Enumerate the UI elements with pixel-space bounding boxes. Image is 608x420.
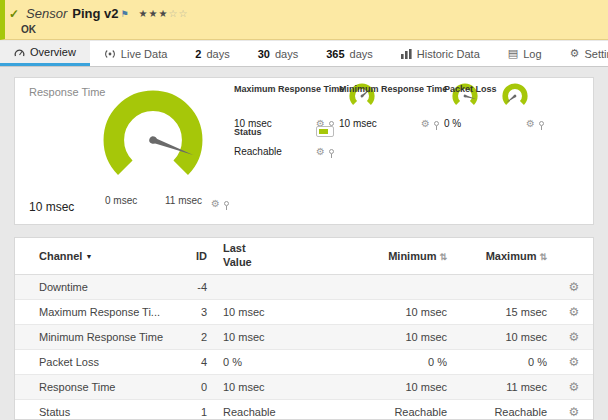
tab-2-days[interactable]: 2 days [181,41,243,66]
table-row: Downtime -4 ⚙ [15,275,593,300]
channel-settings-icon[interactable]: ⚙ [569,355,580,369]
cell-last-value: 10 msec [215,377,325,397]
sort-desc-icon[interactable]: ▼ [85,253,92,260]
table-header-row: Channel▼ ID Last Value Minimum⇅ Maximum⇅ [15,238,593,275]
mini-gauge-max-response: Maximum Response Time 10 msec ⚙ [234,84,338,129]
overview-content: Response Time 0 msec 11 msec 10 msec ⚙ M… [0,67,608,420]
live-data-icon [104,49,116,59]
mini-gauge-min-response: Minimum Response Time 10 msec ⚙ [339,84,443,129]
pin-icon[interactable] [329,149,334,154]
tab-settings[interactable]: ⚙ Settings [556,41,608,66]
gear-icon[interactable]: ⚙ [316,146,325,157]
cell-id: 4 [175,352,215,372]
status-check-icon: ✓ [9,7,19,21]
pin-icon[interactable] [539,121,544,126]
gear-icon[interactable]: ⚙ [526,118,535,129]
cell-maximum: 15 msec [455,302,555,322]
channel-settings-icon[interactable]: ⚙ [569,380,580,394]
gauges-panel: Response Time 0 msec 11 msec 10 msec ⚙ M… [14,77,594,225]
mini-gauge-packet-loss: Packet Loss 0 % ⚙ [444,84,548,129]
cell-last-value: 0 % [215,352,325,372]
mini-gauge-title: Minimum Response Time [339,84,447,94]
gear-icon[interactable]: ⚙ [421,118,430,129]
mini-gauge-value: 0 % [444,118,461,129]
cell-id: -4 [175,277,215,297]
page-title: Ping v2 [72,6,118,21]
sort-icon[interactable]: ⇅ [439,252,447,262]
cell-minimum [325,283,455,291]
header-channel[interactable]: Channel▼ [15,246,175,266]
cell-id: 1 [175,402,215,420]
overview-gauge-icon [14,48,25,57]
gauge-scale-max: 11 msec [165,195,202,206]
cell-minimum: 10 msec [325,377,455,397]
cell-last-value: Reachable [215,402,325,420]
stars-filled: ★★★ [139,8,169,19]
cell-last-value [215,283,325,291]
cell-id: 0 [175,377,215,397]
cell-minimum: Reachable [325,402,455,420]
channel-settings-icon[interactable]: ⚙ [569,405,580,419]
header-id[interactable]: ID [175,246,215,266]
mini-gauge-value: 10 msec [339,118,377,129]
table-row: Packet Loss 4 0 % 0 % 0 % ⚙ [15,350,593,375]
table-row: Status 1 Reachable Reachable Reachable ⚙ [15,400,593,420]
tab-live-data[interactable]: Live Data [90,41,181,66]
sort-icon[interactable]: ⇅ [539,252,547,262]
gauge-scale-min: 0 msec [105,195,137,206]
cell-id: 3 [175,302,215,322]
cell-channel: Packet Loss [15,352,175,372]
packet-loss-gauge [501,82,529,110]
primary-channel-value: 10 msec [29,200,74,214]
object-kind-label: Sensor [26,6,67,21]
cell-minimum: 0 % [325,352,455,372]
tab-bar: Overview Live Data 2 days 30 days 365 da… [0,41,608,67]
header-maximum[interactable]: Maximum⇅ [455,246,555,266]
table-row: Minimum Response Time 2 10 msec 10 msec … [15,325,593,350]
status-channel-label: Status [234,127,262,137]
header-minimum[interactable]: Minimum⇅ [325,246,455,266]
gauge-action-icons: ⚙ [211,198,229,209]
tab-30-days[interactable]: 30 days [244,41,313,66]
cell-maximum: Reachable [455,402,555,420]
historic-data-chart-icon [401,49,412,59]
status-channel-block: Status Reachable ⚙ [234,126,338,157]
pin-icon[interactable] [434,121,439,126]
tab-overview[interactable]: Overview [0,41,90,66]
cell-last-value: 10 msec [215,302,325,322]
channels-table: Channel▼ ID Last Value Minimum⇅ Maximum⇅… [14,237,594,420]
mini-gauge-title: Packet Loss [444,84,497,94]
cell-minimum: 10 msec [325,327,455,347]
tab-historic-data[interactable]: Historic Data [387,41,494,66]
tab-label: Live Data [121,48,167,60]
gear-icon[interactable]: ⚙ [211,198,220,209]
pin-icon[interactable] [224,201,229,206]
gear-icon: ⚙ [570,48,580,59]
sensor-header: ✓ Sensor Ping v2 ⚑ ★★★☆☆ OK [0,0,608,40]
table-row: Response Time 0 10 msec 10 msec 11 msec … [15,375,593,400]
cell-channel: Maximum Response Ti... [15,302,175,322]
tab-label: days [206,48,229,60]
tab-log[interactable]: ▤ Log [494,41,556,66]
channel-settings-icon[interactable]: ⚙ [569,305,580,319]
header-label: Channel [39,250,82,262]
cell-last-value: 10 msec [215,327,325,347]
header-last-value[interactable]: Last Value [215,238,325,274]
status-channel-value: Reachable [234,146,282,157]
cell-minimum: 10 msec [325,302,455,322]
sensor-title-row: ✓ Sensor Ping v2 ⚑ ★★★☆☆ [9,6,188,21]
tab-label: Historic Data [417,48,480,60]
cell-channel: Minimum Response Time [15,327,175,347]
tab-number: 365 [326,48,344,60]
tab-label: Log [523,48,541,60]
priority-flag-icon: ⚑ [121,9,129,19]
header-label: Maximum [486,250,537,262]
priority-star-rating[interactable]: ★★★☆☆ [139,8,189,19]
channel-settings-icon[interactable]: ⚙ [569,280,580,294]
cell-id: 2 [175,327,215,347]
channel-settings-icon[interactable]: ⚙ [569,330,580,344]
tab-label: Settings [584,48,608,60]
tab-365-days[interactable]: 365 days [312,41,387,66]
response-time-gauge [97,84,209,196]
log-icon: ▤ [508,48,518,59]
